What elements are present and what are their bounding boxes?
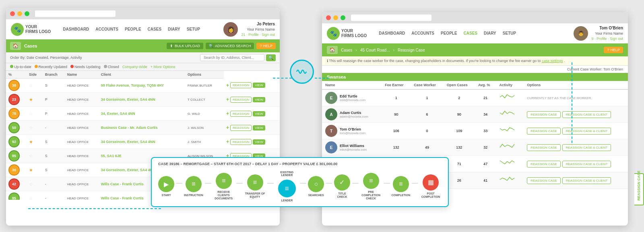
case-search-btn[interactable]: 🔍 [266,54,276,61]
floating-reassign-btn[interactable]: REASSIGN CASE [634,173,644,205]
case-search-input[interactable] [200,54,264,61]
case-pct-cell: 38 [6,79,27,93]
nav-diary[interactable]: DIARY [168,27,180,31]
star-icon[interactable]: ★ [29,97,33,102]
staff-activity [496,139,524,156]
view-btn[interactable]: VIEW [253,139,265,145]
reassign-both-btn[interactable]: REASSIGN CASE & CLIENT [562,161,611,168]
case-link[interactable]: 34, Exeter, SA4 4NN [101,112,135,116]
reassign-both-btn[interactable]: REASSIGN CASE & CLIENT [562,177,611,184]
staff-avg-pct: 47 [475,156,496,172]
star-icon[interactable]: ☆ [29,153,33,158]
star-icon[interactable]: ☆ [29,111,33,116]
step-connector [352,183,359,184]
case-link[interactable]: 34 Gorseinom, Exeter, SA4 4NN [101,97,155,102]
company-wide-filter[interactable]: Company-Wide [122,65,147,69]
star-icon[interactable]: ★ [29,139,33,144]
right-nav-diary[interactable]: DIARY [484,31,496,35]
staff-options-cell[interactable]: REASSIGN CASE REASSIGN CASE & CLIENT [524,106,628,123]
case-link[interactable]: 34 Gorseinom, Exeter, SA4 4NN [101,168,155,172]
nav-setup[interactable]: SETUP [187,27,200,31]
staff-avatar: E [325,92,337,104]
add-btn[interactable]: + [226,83,229,88]
case-pct-cell: 92 [6,135,27,149]
right-titlebar [322,12,628,23]
add-btn[interactable]: + [226,111,229,116]
right-nav-cases[interactable]: CASES [464,31,477,35]
nav-accounts[interactable]: ACCOUNTS [95,27,118,31]
reassign-btn[interactable]: REASSIGN [230,125,252,131]
case-star-cell: ☆ [27,121,43,135]
reassign-btn[interactable]: REASSIGN [230,139,252,145]
maximize-btn[interactable] [25,11,29,16]
reassign-both-btn[interactable]: REASSIGN CASE & CLIENT [562,111,611,118]
case-link[interactable]: 34 Gorseinom, Exeter, SA4 4NN [101,140,155,144]
connection-line-v [572,62,572,143]
case-star-cell: ★ [27,93,43,107]
reassign-case-btn[interactable]: REASSIGN CASE [527,161,560,168]
star-icon[interactable]: ☆ [29,196,33,200]
right-minimize-btn[interactable] [333,15,338,20]
case-link[interactable]: Wills Case - Frank Curtis [101,182,144,186]
staff-options-cell[interactable]: REASSIGN CASE REASSIGN CASE & CLIENT [524,156,628,172]
nav-cases[interactable]: CASES [148,27,161,31]
help-btn-left[interactable]: ? HELP [256,43,276,49]
view-btn[interactable]: VIEW [253,125,265,130]
help-btn-right[interactable]: ? HELP [604,47,623,53]
reassign-case-btn[interactable]: REASSIGN CASE [527,144,560,151]
case-link[interactable]: Wills Case - Frank Curtis [101,196,144,200]
home-icon[interactable]: 🏠 [10,42,21,50]
case-link[interactable]: 99 Flake Avenue, Torquay, TQ56 4HY [101,83,164,87]
star-icon[interactable]: ☆ [29,125,33,130]
right-home-icon[interactable]: 🏠 [327,46,338,54]
url-bar-right[interactable] [351,14,431,21]
case-link[interactable]: Business Case - Mr. Adam Curtis [101,126,158,130]
case-side-cell: S [43,149,65,163]
view-btn[interactable]: VIEW [253,83,265,88]
case-star-cell: ☆ [27,149,43,163]
right-breadcrumb-address[interactable]: 45 Court Road... [360,48,390,52]
nav-people[interactable]: PEOPLE [125,27,141,31]
reassign-case-btn[interactable]: REASSIGN CASE [527,128,560,135]
needs-dot [70,65,74,68]
close-btn[interactable] [10,11,15,16]
add-btn[interactable]: + [226,139,229,145]
case-settings-link[interactable]: case settings [542,59,563,63]
step-label: RECEIVE CLIENTS DOCUMENTS [213,191,235,201]
reassign-btn[interactable]: REASSIGN [230,111,252,117]
right-close-btn[interactable] [326,15,331,20]
star-icon[interactable]: ☆ [29,182,33,186]
reassign-case-btn[interactable]: REASSIGN CASE [527,111,560,118]
add-btn[interactable]: + [226,125,229,130]
reassign-btn[interactable]: REASSIGN [230,82,252,88]
right-maximize-btn[interactable] [341,15,345,20]
reassign-case-btn[interactable]: REASSIGN CASE [527,177,560,184]
staff-options-cell[interactable]: REASSIGN CASE REASSIGN CASE & CLIENT [524,172,628,189]
info-bar: ℹ This will reassign the case worker for… [322,56,628,66]
case-link[interactable]: 55, SA1 6JE [101,154,122,158]
reassign-toolbar: 🏠 Cases › 45 Court Road... › Reassign Ca… [322,44,628,56]
reassign-both-btn[interactable]: REASSIGN CASE & CLIENT [562,144,611,151]
star-icon[interactable]: ☆ [29,83,33,88]
url-bar-left[interactable] [35,10,116,17]
add-btn[interactable]: + [226,97,229,102]
bulk-upload-btn[interactable]: ⬆ BULK UPLOAD [167,43,203,49]
reassign-btn[interactable]: REASSIGN [230,97,252,103]
staff-options-cell[interactable]: REASSIGN CASE REASSIGN CASE & CLIENT [524,139,628,156]
right-breadcrumb-cases[interactable]: Cases [341,48,352,52]
right-nav-dashboard[interactable]: DASHBOARD [379,31,405,35]
minimize-btn[interactable] [17,11,22,16]
right-nav-accounts[interactable]: ACCOUNTS [411,31,434,35]
star-icon[interactable]: ★ [29,168,33,172]
right-nav-setup[interactable]: SETUP [503,31,516,35]
nav-dashboard[interactable]: DASHBOARD [63,27,89,31]
staff-open-cases: 2 [444,89,475,106]
staff-options-cell[interactable]: REASSIGN CASE REASSIGN CASE & CLIENT [524,123,628,139]
view-btn[interactable]: VIEW [253,111,265,116]
staff-activity [496,156,524,172]
advanced-search-btn[interactable]: 🔍 ADVANCED SEARCH [206,43,254,49]
more-options-filter[interactable]: + More Options [151,65,175,69]
view-btn[interactable]: VIEW [253,97,265,102]
reassign-both-btn[interactable]: REASSIGN CASE & CLIENT [562,128,611,135]
right-nav-people[interactable]: PEOPLE [441,31,457,35]
